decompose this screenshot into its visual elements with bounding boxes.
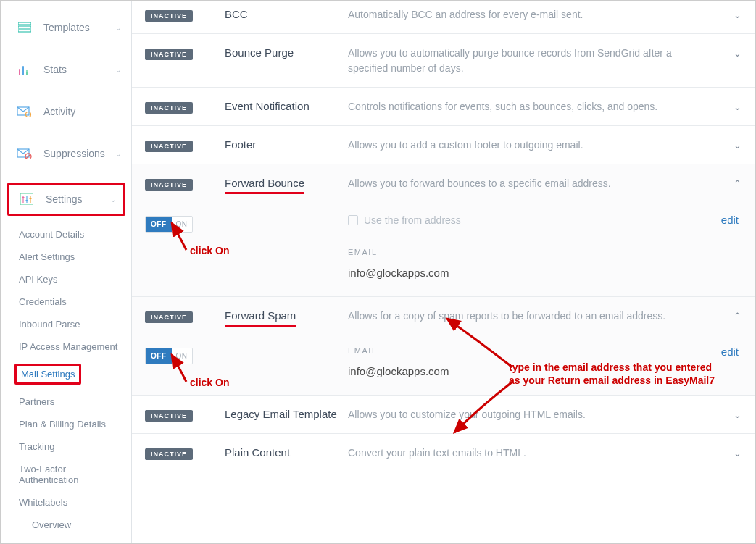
email-field-value: info@glockapps.com [348, 267, 742, 279]
sidebar-label: Templates [43, 22, 115, 33]
annotation-click-on: click On [190, 377, 229, 388]
sidebar-item-inbound-parse[interactable]: Inbound Parse [17, 313, 131, 335]
chevron-down-icon[interactable]: ⌄ [721, 138, 742, 151]
setting-row-forward-spam[interactable]: INACTIVE Forward Spam Allows for a copy … [132, 296, 755, 335]
templates-icon [17, 22, 32, 33]
setting-description: Allows you to add a custom footer to out… [348, 138, 721, 152]
setting-description: Allows you to forward bounces to a speci… [348, 176, 721, 191]
status-badge: INACTIVE [145, 311, 193, 323]
status-badge: INACTIVE [145, 179, 193, 191]
svg-line-11 [30, 117, 32, 117]
chevron-down-icon[interactable]: ⌄ [721, 445, 742, 459]
chevron-down-icon[interactable]: ⌄ [721, 7, 742, 20]
sidebar-item-account-details[interactable]: Account Details [17, 223, 131, 246]
forward-bounce-panel: OFF ON Use the from address EMAIL info@g… [132, 203, 755, 296]
setting-row-plain-content[interactable]: INACTIVE Plain Content Convert your plai… [132, 433, 755, 472]
svg-rect-1 [18, 26, 31, 28]
stats-icon [17, 64, 32, 75]
chevron-down-icon[interactable]: ⌄ [721, 99, 742, 112]
setting-row-forward-bounce[interactable]: INACTIVE Forward Bounce Allows you to fo… [132, 164, 755, 202]
sidebar-label: Suppressions [43, 148, 115, 159]
sidebar-label: Settings [46, 193, 110, 205]
svg-rect-0 [18, 22, 31, 25]
edit-link[interactable]: edit [721, 214, 739, 226]
sidebar-item-settings[interactable]: Settings ⌄ [9, 185, 123, 214]
status-badge: INACTIVE [145, 410, 193, 422]
sidebar-label: Activity [43, 106, 121, 117]
chevron-down-icon[interactable]: ⌄ [721, 46, 742, 59]
highlight-mail-settings: Mail Settings [14, 364, 81, 385]
sidebar-item-api-keys[interactable]: API Keys [17, 268, 131, 290]
chevron-down-icon[interactable]: ⌄ [721, 407, 742, 420]
status-badge: INACTIVE [145, 49, 193, 60]
sidebar-item-tracking[interactable]: Tracking [17, 435, 131, 458]
setting-description: Automatically BCC an address for every e… [348, 7, 721, 22]
setting-description: Allows you to customize your outgoing HT… [348, 407, 721, 422]
sidebar-item-suppressions[interactable]: Suppressions ⌄ [1, 141, 131, 167]
setting-title: Forward Spam [225, 309, 348, 322]
sidebar-item-whitelabels[interactable]: Whitelabels [17, 491, 131, 514]
sidebar-item-ip-access[interactable]: IP Access Management [17, 335, 131, 358]
toggle-forward-bounce[interactable]: OFF ON [145, 216, 193, 233]
setting-row-footer[interactable]: INACTIVE Footer Allows you to add a cust… [132, 125, 755, 164]
chevron-down-icon: ⌄ [115, 24, 121, 32]
svg-point-7 [22, 66, 24, 67]
setting-description: Controls notifications for events, such … [348, 99, 721, 114]
svg-rect-2 [18, 30, 31, 32]
sidebar-item-activity[interactable]: Activity [1, 99, 131, 125]
toggle-off: OFF [146, 217, 172, 232]
svg-point-8 [26, 70, 28, 72]
sidebar-item-domains[interactable]: Domains [30, 536, 131, 543]
status-badge: INACTIVE [145, 10, 193, 22]
sidebar-item-stats[interactable]: Stats ⌄ [1, 57, 131, 83]
chevron-down-icon: ⌄ [110, 196, 116, 204]
status-badge: INACTIVE [145, 141, 193, 152]
status-badge: INACTIVE [145, 102, 193, 114]
toggle-off: OFF [146, 348, 172, 364]
status-badge: INACTIVE [145, 448, 193, 460]
svg-line-14 [26, 154, 30, 159]
svg-rect-19 [22, 197, 25, 198]
settings-icon [20, 193, 34, 205]
chevron-down-icon: ⌄ [115, 66, 121, 74]
use-from-address-row: Use the from address [348, 214, 742, 226]
sidebar-label: Stats [43, 64, 115, 75]
suppressions-icon [17, 148, 32, 159]
chevron-up-icon[interactable]: ⌃ [721, 176, 742, 189]
svg-point-10 [26, 112, 31, 117]
toggle-forward-spam[interactable]: OFF ON [145, 348, 193, 364]
chevron-down-icon: ⌄ [115, 150, 121, 158]
use-from-label: Use the from address [364, 214, 461, 226]
sidebar-item-partners[interactable]: Partners [17, 390, 131, 413]
checkbox-use-from[interactable] [348, 215, 358, 225]
email-field-label: EMAIL [348, 346, 742, 355]
sidebar-item-two-factor[interactable]: Two-Factor Authentication [17, 458, 131, 491]
sidebar-item-overview[interactable]: Overview [30, 514, 131, 536]
setting-row-event-notification[interactable]: INACTIVE Event Notification Controls not… [132, 87, 755, 125]
sidebar-item-mail-settings[interactable]: Mail Settings [17, 358, 131, 390]
setting-title: Legacy Email Template [225, 407, 348, 420]
main-content: INACTIVE BCC Automatically BCC an addres… [132, 1, 755, 543]
setting-title: Plain Content [225, 445, 348, 459]
setting-title: Event Notification [225, 99, 348, 112]
setting-description: Allows for a copy of spam reports to be … [348, 309, 721, 323]
settings-submenu: Account Details Alert Settings API Keys … [1, 223, 131, 543]
setting-row-bcc[interactable]: INACTIVE BCC Automatically BCC an addres… [132, 1, 755, 33]
setting-title: BCC [225, 7, 348, 20]
activity-icon [17, 106, 32, 117]
highlight-settings: Settings ⌄ [7, 183, 125, 216]
sidebar-item-alert-settings[interactable]: Alert Settings [17, 246, 131, 268]
setting-row-legacy-template[interactable]: INACTIVE Legacy Email Template Allows yo… [132, 395, 755, 433]
edit-link[interactable]: edit [721, 346, 739, 358]
toggle-on: ON [172, 348, 192, 364]
email-field-value: info@glockapps.com [348, 365, 742, 377]
forward-spam-panel: OFF ON EMAIL info@glockapps.com edit cli… [132, 335, 755, 395]
setting-description: Convert your plain text emails to HTML. [348, 445, 721, 460]
sidebar-item-templates[interactable]: Templates ⌄ [1, 14, 131, 41]
email-field-label: EMAIL [348, 248, 742, 256]
setting-row-bounce-purge[interactable]: INACTIVE Bounce Purge Allows you to auto… [132, 33, 755, 87]
sidebar-item-plan-billing[interactable]: Plan & Billing Details [17, 413, 131, 435]
svg-rect-20 [26, 200, 28, 201]
chevron-up-icon[interactable]: ⌃ [721, 309, 742, 322]
sidebar-item-credentials[interactable]: Credentials [17, 290, 131, 313]
